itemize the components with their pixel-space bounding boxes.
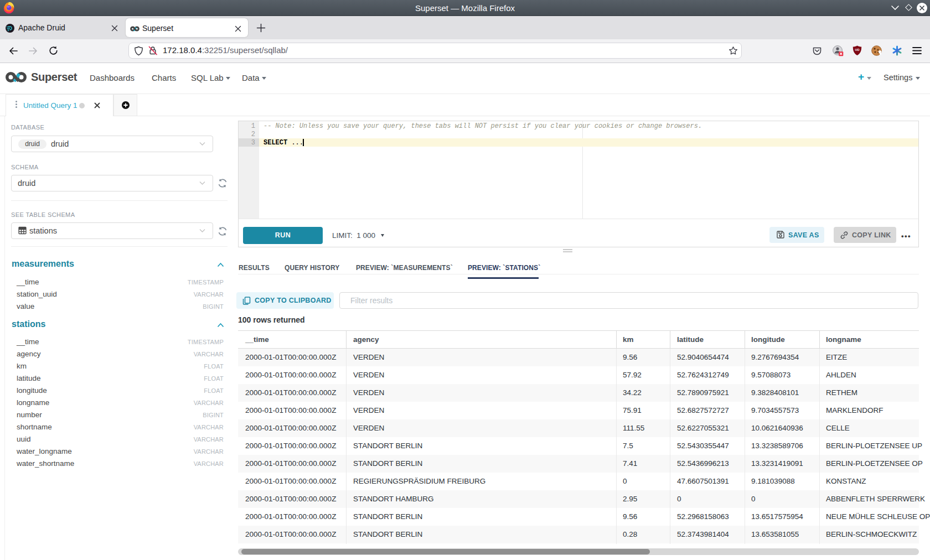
svg-text:UO: UO [855,48,860,51]
